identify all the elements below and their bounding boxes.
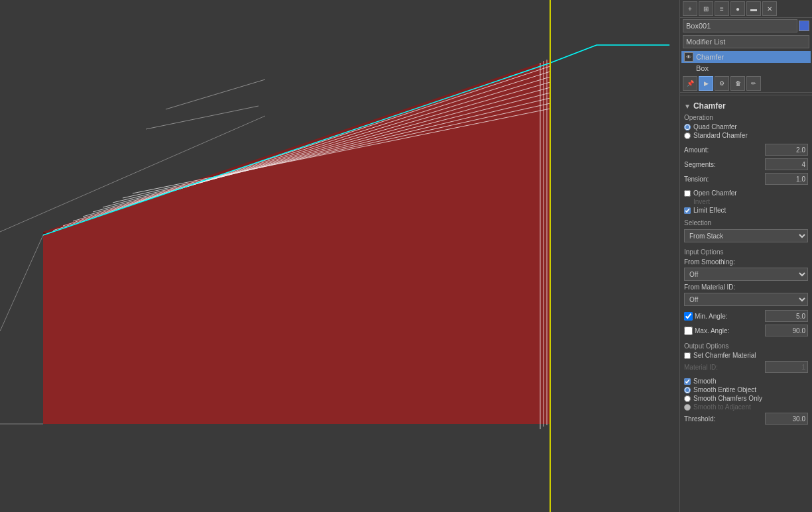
open-chamfer-row: Open Chamfer xyxy=(684,189,808,197)
amount-input[interactable] xyxy=(765,144,808,156)
tension-row: Tension: xyxy=(684,172,808,186)
min-angle-checkbox[interactable] xyxy=(684,312,693,321)
modifier-eye-chamfer[interactable]: 👁 xyxy=(684,52,693,62)
from-smoothing-dropdown[interactable]: Off On xyxy=(684,268,808,281)
min-angle-row: Min. Angle: xyxy=(684,309,808,323)
edit-button[interactable]: ✏ xyxy=(746,76,761,91)
smooth-chamfers-only-label: Smooth Chamfers Only xyxy=(693,395,762,402)
settings-button[interactable]: ⚙ xyxy=(715,76,729,91)
set-chamfer-material-label: Set Chamfer Material xyxy=(693,352,756,359)
modifier-list-header: Modifier List xyxy=(680,34,812,50)
max-angle-input[interactable] xyxy=(765,325,808,336)
smooth-entire-object-label: Smooth Entire Object xyxy=(693,386,756,393)
min-angle-label: Min. Angle: xyxy=(695,313,734,320)
modifier-item-chamfer[interactable]: 👁 Chamfer xyxy=(681,51,811,63)
modifier-label-box: Box xyxy=(696,64,808,72)
limit-effect-label: Limit Effect xyxy=(693,207,726,214)
selection-label: Selection xyxy=(684,217,808,228)
selection-dropdown-row: From Stack Edge Selection Face Selection xyxy=(684,228,808,244)
standard-chamfer-radio[interactable] xyxy=(684,132,691,139)
modifier-label-chamfer: Chamfer xyxy=(696,53,808,61)
quad-chamfer-label: Quad Chamfer xyxy=(693,123,737,130)
tension-input[interactable] xyxy=(765,173,808,185)
smooth-row: Smooth xyxy=(684,377,808,385)
input-options-label: Input Options xyxy=(684,246,808,257)
smooth-chamfers-only-row: Smooth Chamfers Only xyxy=(684,394,808,403)
modifier-toolbar: 📌 ▶ ⚙ 🗑 ✏ xyxy=(680,75,812,93)
pin-button[interactable]: 📌 xyxy=(683,76,697,91)
operation-label: Operation xyxy=(684,112,808,123)
modifier-list-dropdown[interactable]: Modifier List xyxy=(683,35,809,48)
max-angle-checkbox[interactable] xyxy=(684,327,693,335)
invert-label: Invert xyxy=(693,198,710,205)
quad-chamfer-row: Quad Chamfer xyxy=(684,123,808,131)
segments-label: Segments: xyxy=(684,161,724,168)
chamfer-collapse-arrow[interactable]: ▼ xyxy=(684,103,691,110)
smooth-entire-object-row: Smooth Entire Object xyxy=(684,385,808,394)
grid-icon[interactable]: ⊞ xyxy=(699,1,713,16)
modifier-stack: 👁 Chamfer Box xyxy=(680,50,812,75)
circle-icon[interactable]: ● xyxy=(730,1,745,16)
material-id-row: Material ID: xyxy=(684,360,808,374)
invert-row: Invert xyxy=(684,197,808,206)
standard-chamfer-label: Standard Chamfer xyxy=(693,132,748,139)
open-chamfer-checkbox[interactable] xyxy=(684,190,691,197)
rect-icon[interactable]: ▬ xyxy=(746,1,761,16)
threshold-input[interactable] xyxy=(765,413,808,425)
chamfer-panel: ▼ Chamfer Operation Quad Chamfer Standar… xyxy=(680,97,812,429)
segments-input[interactable] xyxy=(765,158,808,170)
3d-viewport[interactable] xyxy=(0,0,679,512)
from-material-dropdown[interactable]: Off On xyxy=(684,293,808,306)
object-name-row xyxy=(680,18,812,34)
smooth-chamfers-only-radio[interactable] xyxy=(684,395,691,402)
quad-chamfer-radio[interactable] xyxy=(684,124,691,130)
threshold-row: Threshold: xyxy=(684,411,808,426)
min-angle-input[interactable] xyxy=(765,310,808,322)
standard-chamfer-row: Standard Chamfer xyxy=(684,131,808,140)
material-id-label: Material ID: xyxy=(684,364,724,371)
stack-button[interactable]: ▶ xyxy=(699,76,713,91)
selection-dropdown[interactable]: From Stack Edge Selection Face Selection xyxy=(684,229,808,242)
smooth-to-adjacent-row: Smooth to Adjacent xyxy=(684,403,808,411)
smooth-to-adjacent-label: Smooth to Adjacent xyxy=(693,403,751,411)
from-smoothing-label: From Smoothing: xyxy=(684,257,808,266)
add-icon[interactable]: + xyxy=(683,1,697,16)
tension-label: Tension: xyxy=(684,176,724,183)
set-chamfer-material-checkbox[interactable] xyxy=(684,352,691,359)
chamfer-title: ▼ Chamfer xyxy=(684,100,808,112)
from-material-dropdown-row: Off On xyxy=(684,291,808,307)
open-chamfer-label: Open Chamfer xyxy=(693,189,737,197)
max-angle-label: Max. Angle: xyxy=(695,327,734,334)
limit-effect-row: Limit Effect xyxy=(684,206,808,215)
chamfer-title-label: Chamfer xyxy=(693,101,726,111)
object-color-swatch[interactable] xyxy=(799,21,809,31)
max-angle-row: Max. Angle: xyxy=(684,323,808,338)
output-options-label: Output Options xyxy=(684,340,808,351)
from-material-label: From Material ID: xyxy=(684,282,808,291)
smooth-entire-object-radio[interactable] xyxy=(684,387,691,393)
from-smoothing-dropdown-row: Off On xyxy=(684,266,808,282)
smooth-checkbox[interactable] xyxy=(684,378,691,385)
amount-label: Amount: xyxy=(684,146,724,154)
smooth-to-adjacent-radio[interactable] xyxy=(684,404,691,411)
cursor-icon[interactable]: ✕ xyxy=(762,1,777,16)
amount-row: Amount: xyxy=(684,142,808,157)
delete-button[interactable]: 🗑 xyxy=(730,76,745,91)
smooth-label: Smooth xyxy=(693,378,716,385)
threshold-label: Threshold: xyxy=(684,415,724,423)
modifier-icon[interactable]: ≡ xyxy=(715,1,729,16)
top-toolbar: + ⊞ ≡ ● ▬ ✕ xyxy=(680,0,812,18)
modifier-item-box[interactable]: Box xyxy=(681,63,811,74)
set-chamfer-material-row: Set Chamfer Material xyxy=(684,351,808,360)
object-name-input[interactable] xyxy=(683,19,797,32)
right-panel: + ⊞ ≡ ● ▬ ✕ Modifier List 👁 Chamfer Box … xyxy=(679,0,812,512)
segments-row: Segments: xyxy=(684,157,808,172)
material-id-input[interactable] xyxy=(765,361,808,373)
limit-effect-checkbox[interactable] xyxy=(684,207,691,214)
